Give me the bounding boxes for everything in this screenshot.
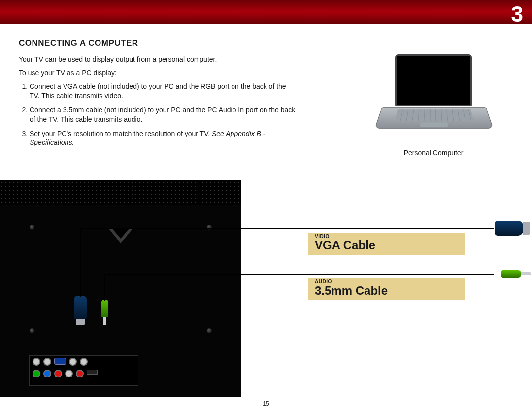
audio-connector-tv-icon xyxy=(101,300,108,317)
rca-port-icon xyxy=(80,358,88,366)
steps-list: Connect a VGA cable (not included) to yo… xyxy=(19,82,296,147)
vga-connector-pc-icon xyxy=(495,221,523,236)
audio-cable-line xyxy=(104,274,105,301)
brand-logo-icon xyxy=(109,229,133,243)
laptop-illustration xyxy=(382,54,485,138)
chapter-number: 3 xyxy=(511,2,523,27)
vga-cable-line xyxy=(80,228,494,229)
audio-connector-pc-icon xyxy=(501,270,521,278)
screw-icon xyxy=(207,225,212,230)
step-3: Set your PC's resolution to match the re… xyxy=(30,129,296,148)
chapter-header-bar: 3 xyxy=(0,0,532,24)
vga-label-big: VGA Cable xyxy=(315,239,458,252)
vga-cable-label: VIDIO VGA Cable xyxy=(308,233,465,255)
audio-label-big: 3.5mm Cable xyxy=(315,284,458,297)
audio-cable-label: AUDIO 3.5mm Cable xyxy=(308,278,465,300)
rca-port-icon xyxy=(43,358,51,366)
screw-icon xyxy=(207,328,212,333)
laptop-base-icon xyxy=(374,107,493,129)
screw-icon xyxy=(30,225,34,230)
tv-rear-illustration xyxy=(0,180,241,397)
audio-l-icon xyxy=(65,370,73,377)
vga-port-icon xyxy=(54,358,66,365)
step-2: Connect a 3.5mm cable (not included) to … xyxy=(30,105,296,124)
pc-audio-port-icon xyxy=(69,358,77,366)
audio-r-icon xyxy=(76,370,84,377)
vga-cable-line xyxy=(80,228,81,297)
hdmi-port-icon xyxy=(87,370,98,375)
component-g-icon xyxy=(33,370,40,377)
step-1: Connect a VGA cable (not included) to yo… xyxy=(30,82,296,101)
rca-port-icon xyxy=(33,358,40,366)
laptop-screen-icon xyxy=(395,54,472,106)
audio-cable-line xyxy=(104,274,494,275)
section-heading: CONNECTING A COMPUTER xyxy=(19,38,513,48)
component-b-icon xyxy=(43,370,51,377)
page-number: 15 xyxy=(263,400,269,407)
laptop-caption: Personal Computer xyxy=(384,149,483,157)
vga-connector-tv-icon xyxy=(74,296,87,319)
tv-port-panel xyxy=(30,356,138,385)
step-3-text: Set your PC's resolution to match the re… xyxy=(30,130,210,137)
component-r-icon xyxy=(54,370,62,377)
tv-vent-icon xyxy=(0,180,241,205)
screw-icon xyxy=(30,328,34,333)
